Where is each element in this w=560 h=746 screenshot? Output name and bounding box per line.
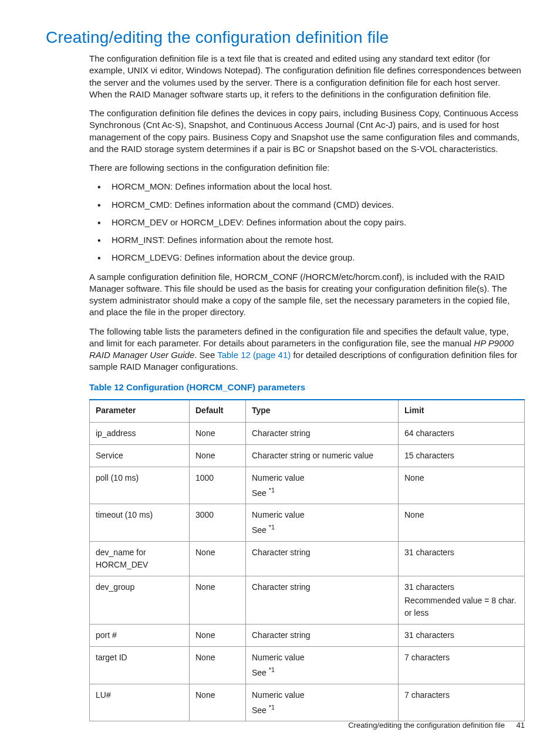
cell-type: Character string — [246, 422, 399, 444]
cell-default: None — [190, 541, 246, 576]
cell-parameter: timeout (10 ms) — [90, 504, 190, 542]
col-limit: Limit — [399, 400, 525, 422]
table-header-row: Parameter Default Type Limit — [90, 400, 525, 422]
page-footer: Creating/editing the configuration defin… — [348, 721, 525, 730]
cell-default: None — [190, 576, 246, 624]
cell-default: None — [190, 422, 246, 444]
cell-limit: 31 characters — [399, 541, 525, 576]
table-caption: Table 12 Configuration (HORCM_CONF) para… — [89, 382, 525, 393]
paragraph: The configuration definition file is a t… — [89, 53, 525, 100]
list-item: HORM_INST: Defines information about the… — [89, 234, 525, 246]
cell-limit: 31 charactersRecommended value = 8 char.… — [399, 576, 525, 624]
cell-default: None — [190, 624, 246, 646]
cell-limit: 7 characters — [399, 684, 525, 721]
col-parameter: Parameter — [90, 400, 190, 422]
paragraph: There are following sections in the conf… — [89, 162, 525, 174]
table-row: dev_groupNoneCharacter string31 characte… — [90, 576, 525, 624]
cell-type-note: See *1 — [252, 522, 392, 536]
table-row: poll (10 ms)1000Numeric valueSee *1None — [90, 467, 525, 504]
cell-default: 3000 — [190, 504, 246, 542]
page: Creating/editing the configuration defin… — [0, 0, 560, 746]
cell-default: None — [190, 646, 246, 684]
cell-parameter: poll (10 ms) — [90, 467, 190, 504]
list-item: HORCM_DEV or HORCM_LDEV: Defines informa… — [89, 217, 525, 228]
parameters-table: Parameter Default Type Limit ip_addressN… — [89, 399, 525, 722]
table-row: ip_addressNoneCharacter string64 charact… — [90, 422, 525, 444]
text-run: . See — [194, 350, 217, 360]
cell-type: Numeric valueSee *1 — [246, 467, 399, 504]
cell-type: Character string or numeric value — [246, 444, 399, 467]
cell-parameter: port # — [90, 624, 190, 646]
cell-limit: 7 characters — [399, 646, 525, 684]
table-body: ip_addressNoneCharacter string64 charact… — [90, 422, 525, 721]
table-row: LU#NoneNumeric valueSee *17 characters — [90, 684, 525, 721]
cell-type: Character string — [246, 541, 399, 576]
table-row: timeout (10 ms)3000Numeric valueSee *1No… — [90, 504, 525, 542]
cell-limit-note: Recommended value = 8 char. or less — [404, 595, 518, 619]
cell-type-note: See *1 — [252, 703, 392, 717]
cell-parameter: dev_name for HORCM_DEV — [90, 541, 190, 576]
cell-default: None — [190, 684, 246, 721]
col-default: Default — [190, 400, 246, 422]
cell-parameter: ip_address — [90, 422, 190, 444]
cell-type: Numeric valueSee *1 — [246, 684, 399, 721]
cell-type: Character string — [246, 624, 399, 646]
table-row: target IDNoneNumeric valueSee *17 charac… — [90, 646, 525, 684]
cell-limit: 64 characters — [399, 422, 525, 444]
cell-type-note: See *1 — [252, 665, 392, 679]
cell-default: 1000 — [190, 467, 246, 504]
col-type: Type — [246, 400, 399, 422]
paragraph: The configuration definition file define… — [89, 107, 525, 155]
cell-type: Numeric valueSee *1 — [246, 504, 399, 542]
body-text: The configuration definition file is a t… — [89, 53, 525, 721]
cell-type: Numeric valueSee *1 — [246, 646, 399, 684]
cell-limit: 15 characters — [399, 444, 525, 467]
cell-type: Character string — [246, 576, 399, 624]
cell-limit: None — [399, 504, 525, 542]
cell-parameter: Service — [90, 444, 190, 467]
cell-default: None — [190, 444, 246, 467]
section-heading: Creating/editing the configuration defin… — [46, 28, 525, 47]
section-list: HORCM_MON: Defines information about the… — [89, 181, 525, 264]
footer-title: Creating/editing the configuration defin… — [348, 721, 505, 730]
cell-parameter: LU# — [90, 684, 190, 721]
table-row: ServiceNoneCharacter string or numeric v… — [90, 444, 525, 467]
list-item: HORCM_LDEVG: Defines information about t… — [89, 252, 525, 264]
cell-parameter: target ID — [90, 646, 190, 684]
cell-limit: 31 characters — [399, 624, 525, 646]
cell-type-note: See *1 — [252, 485, 392, 499]
list-item: HORCM_MON: Defines information about the… — [89, 181, 525, 193]
cell-parameter: dev_group — [90, 576, 190, 624]
list-item: HORCM_CMD: Defines information about the… — [89, 199, 525, 211]
cell-limit: None — [399, 467, 525, 504]
text-run: The following table lists the parameters… — [89, 326, 509, 348]
paragraph: A sample configuration definition file, … — [89, 271, 525, 319]
table-row: dev_name for HORCM_DEVNoneCharacter stri… — [90, 541, 525, 576]
page-number: 41 — [517, 721, 525, 730]
table-row: port #NoneCharacter string31 characters — [90, 624, 525, 646]
paragraph: The following table lists the parameters… — [89, 326, 525, 373]
table-crossref-link[interactable]: Table 12 (page 41) — [217, 350, 291, 360]
